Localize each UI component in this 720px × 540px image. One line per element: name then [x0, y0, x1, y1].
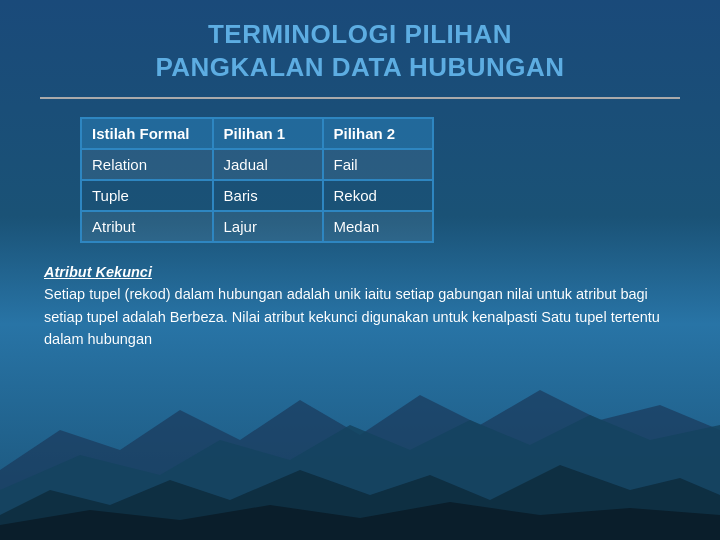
table-row: AtributLajurMedan — [81, 211, 433, 242]
col-header-formal: Istilah Formal — [81, 118, 213, 149]
col-header-pilihan1: Pilihan 1 — [213, 118, 323, 149]
title-line2: PANGKALAN DATA HUBUNGAN — [155, 52, 564, 82]
body-paragraph: Setiap tupel (rekod) dalam hubungan adal… — [44, 286, 660, 347]
main-content: TERMINOLOGI PILIHAN PANGKALAN DATA HUBUN… — [0, 0, 720, 540]
table-cell: Fail — [323, 149, 433, 180]
table-cell: Jadual — [213, 149, 323, 180]
col-header-pilihan2: Pilihan 2 — [323, 118, 433, 149]
table-row: TupleBarisRekod — [81, 180, 433, 211]
body-text-area: Atribut Kekunci Setiap tupel (rekod) dal… — [44, 261, 680, 351]
title-divider — [40, 97, 680, 99]
body-heading: Atribut Kekunci — [44, 264, 152, 280]
table-wrapper: Istilah Formal Pilihan 1 Pilihan 2 Relat… — [80, 117, 434, 243]
table-cell: Lajur — [213, 211, 323, 242]
table-cell: Baris — [213, 180, 323, 211]
page-title: TERMINOLOGI PILIHAN PANGKALAN DATA HUBUN… — [40, 18, 680, 83]
title-line1: TERMINOLOGI PILIHAN — [208, 19, 512, 49]
table-cell: Atribut — [81, 211, 213, 242]
title-area: TERMINOLOGI PILIHAN PANGKALAN DATA HUBUN… — [40, 18, 680, 83]
table-cell: Rekod — [323, 180, 433, 211]
table-cell: Relation — [81, 149, 213, 180]
table-row: RelationJadualFail — [81, 149, 433, 180]
table-cell: Medan — [323, 211, 433, 242]
table-header-row: Istilah Formal Pilihan 1 Pilihan 2 — [81, 118, 433, 149]
table-cell: Tuple — [81, 180, 213, 211]
terminology-table: Istilah Formal Pilihan 1 Pilihan 2 Relat… — [80, 117, 434, 243]
